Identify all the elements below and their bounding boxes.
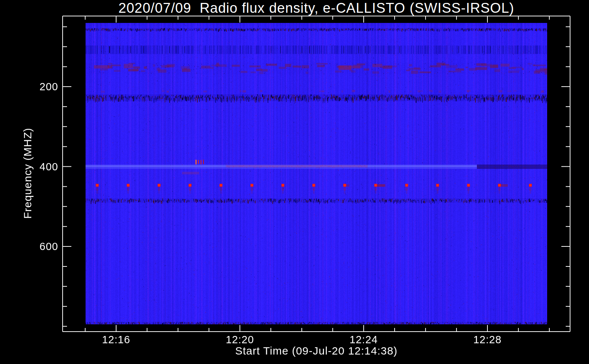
spectrogram-chart: 2020/07/09 Radio flux density, e-CALLIST…	[0, 0, 589, 364]
x-tick-label: 12:16	[87, 334, 145, 345]
x-tick-label: 12:28	[458, 334, 517, 345]
y-axis-label: Frequency (MHZ)	[21, 128, 34, 219]
axes-frame	[0, 0, 589, 364]
x-tick-label: 12:24	[335, 334, 393, 345]
y-tick-label: 600	[11, 241, 58, 252]
x-tick-label: 12:20	[211, 334, 269, 345]
x-axis-label: Start Time (09-Jul-20 12:14:38)	[235, 345, 398, 357]
y-tick-label: 400	[11, 161, 58, 172]
y-tick-label: 200	[11, 81, 58, 92]
